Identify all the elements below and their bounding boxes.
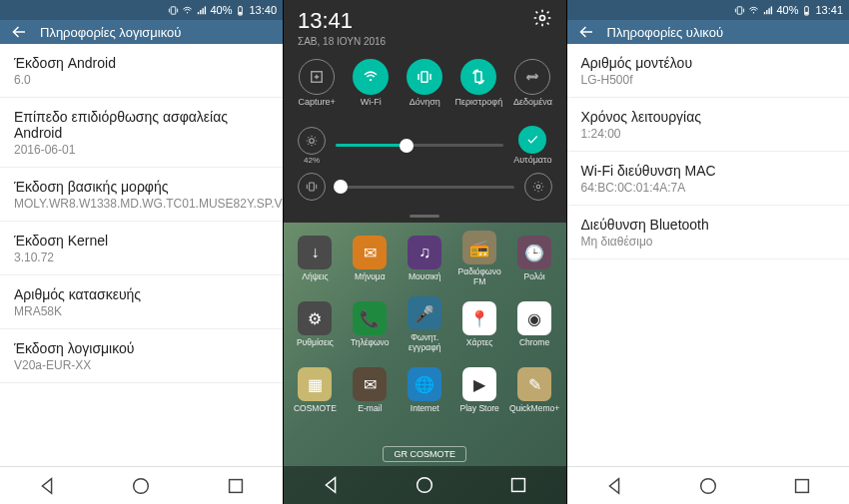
app--[interactable]: ⚙Ρυθμίσεις xyxy=(288,292,343,356)
nav-back-icon[interactable] xyxy=(603,475,625,497)
svg-point-3 xyxy=(187,12,188,13)
list-item[interactable]: Χρόνος λειτουργίας1:24:00 xyxy=(567,98,850,152)
app-icon: 📻 xyxy=(462,231,496,264)
status-bar: 40% 13:41 xyxy=(567,0,850,20)
nav-home-icon[interactable] xyxy=(697,475,719,497)
volume-settings-icon[interactable] xyxy=(524,173,552,201)
quick-settings-row: Capture+ Wi-Fi Δόνηση Περιστροφή Δεδομέν… xyxy=(284,53,566,118)
nav-recent-icon[interactable] xyxy=(225,475,247,497)
shade-handle[interactable] xyxy=(284,209,566,223)
app-label: COSMOTE xyxy=(294,403,337,413)
volume-slider[interactable] xyxy=(336,186,514,189)
app-icon: ♫ xyxy=(408,236,441,269)
svg-rect-24 xyxy=(512,479,525,492)
app-icon: 📞 xyxy=(353,301,387,335)
app--[interactable]: 🕒Ρολόι xyxy=(507,227,562,290)
app-icon: ↓ xyxy=(298,236,332,269)
app-icon: ⚙ xyxy=(298,301,332,335)
app-label: QuickMemo+ xyxy=(509,403,559,413)
svg-rect-25 xyxy=(738,6,743,13)
svg-point-18 xyxy=(310,138,315,143)
app-icon: 📍 xyxy=(462,301,496,335)
qs-capture[interactable]: Capture+ xyxy=(292,59,342,116)
vibrate-icon xyxy=(168,5,179,16)
nav-home-icon[interactable] xyxy=(414,474,435,496)
app-icon: 🕒 xyxy=(517,236,551,269)
qs-vibrate[interactable]: Δόνηση xyxy=(400,59,449,116)
app-label: Ραδιόφωνο FM xyxy=(452,266,507,286)
qs-wifi[interactable]: Wi-Fi xyxy=(346,59,396,116)
app-label: Play Store xyxy=(460,403,499,413)
list-item[interactable]: Έκδοση Kernel3.10.72 xyxy=(0,222,283,275)
header: Πληροφορίες λογισμικού xyxy=(0,20,283,44)
svg-rect-12 xyxy=(422,72,427,83)
app-label: E-mail xyxy=(358,403,382,413)
app--[interactable]: 📍Χάρτες xyxy=(452,292,507,356)
nav-recent-icon[interactable] xyxy=(791,475,813,497)
signal-icon xyxy=(196,5,207,16)
app-icon: 🌐 xyxy=(408,367,441,401)
list-item[interactable]: Επίπεδο επιδιόρθωσης ασφαλείας Android20… xyxy=(0,98,283,168)
volume-slider-row xyxy=(284,173,566,209)
app-label: Φωνητ. εγγραφή xyxy=(398,332,452,352)
app-play-store[interactable]: ▶Play Store xyxy=(452,358,507,422)
app--[interactable]: ↓Λήψεις xyxy=(288,227,343,290)
brightness-icon[interactable] xyxy=(298,127,326,155)
app-icon: ▦ xyxy=(298,367,332,401)
settings-list: Έκδοση Android6.0 Επίπεδο επιδιόρθωσης α… xyxy=(0,44,283,466)
settings-list: Αριθμός μοντέλουLG-H500f Χρόνος λειτουργ… xyxy=(567,44,850,466)
svg-point-32 xyxy=(700,478,715,493)
list-item[interactable]: Έκδοση Android6.0 xyxy=(0,44,283,98)
list-item[interactable]: Έκδοση βασικής μορφήςMOLY.WR8.W1338.MD.W… xyxy=(0,168,283,222)
shade-time: 13:41 xyxy=(298,8,386,34)
svg-rect-5 xyxy=(240,5,242,6)
app-cosmote[interactable]: ▦COSMOTE xyxy=(288,358,343,422)
app--fm[interactable]: 📻Ραδιόφωνο FM xyxy=(452,227,507,290)
list-item[interactable]: Αριθμός μοντέλουLG-H500f xyxy=(567,44,850,98)
brightness-slider[interactable] xyxy=(336,144,503,147)
notification-shade: 13:41 ΣΑΒ, 18 ΙΟΥΝ 2016 Capture+ Wi-Fi Δ… xyxy=(284,0,566,223)
nav-back-icon[interactable] xyxy=(320,474,342,496)
app-label: Τηλέφωνο xyxy=(351,337,389,347)
svg-rect-30 xyxy=(806,5,808,6)
battery-text: 40% xyxy=(776,4,798,16)
app--[interactable]: 📞Τηλέφωνο xyxy=(343,292,398,356)
list-item[interactable]: Wi-Fi διεύθυνση MAC64:BC:0C:01:4A:7A xyxy=(567,152,850,206)
app--[interactable]: 🎤Φωνητ. εγγραφή xyxy=(398,292,452,356)
volume-vibrate-icon[interactable] xyxy=(298,173,326,201)
list-item[interactable]: Διεύθυνση BluetoothΜη διαθέσιμο xyxy=(567,206,850,259)
app--[interactable]: ♫Μουσική xyxy=(398,227,452,290)
qs-rotate[interactable]: Περιστροφή xyxy=(453,59,503,116)
app-label: Ρυθμίσεις xyxy=(297,337,334,347)
back-icon[interactable] xyxy=(577,23,595,41)
brightness-pct: 42% xyxy=(304,156,320,165)
back-icon[interactable] xyxy=(10,23,28,41)
app--[interactable]: ✉Μήνυμα xyxy=(343,227,398,290)
qs-data[interactable]: Δεδομένα xyxy=(507,59,557,116)
brightness-slider-row: 42% Αυτόματο xyxy=(284,118,566,173)
battery-icon xyxy=(235,5,246,16)
app-quickmemo-[interactable]: ✎QuickMemo+ xyxy=(507,358,562,422)
page-title: Πληροφορίες λογισμικού xyxy=(40,25,181,40)
app-label: Μουσική xyxy=(409,271,441,281)
app-icon: ✉ xyxy=(353,236,387,269)
svg-point-7 xyxy=(134,478,149,493)
nav-recent-icon[interactable] xyxy=(507,474,529,496)
nav-home-icon[interactable] xyxy=(130,475,152,497)
page-title: Πληροφορίες υλικού xyxy=(607,25,724,40)
wifi-icon xyxy=(182,5,193,16)
status-time: 13:40 xyxy=(249,4,277,16)
nav-back-icon[interactable] xyxy=(36,475,58,497)
shade-date: ΣΑΒ, 18 ΙΟΥΝ 2016 xyxy=(298,36,386,47)
settings-icon[interactable] xyxy=(532,8,552,28)
app-chrome[interactable]: ◉Chrome xyxy=(507,292,562,356)
svg-point-23 xyxy=(418,478,432,493)
app-internet[interactable]: 🌐Internet xyxy=(398,358,452,422)
list-item[interactable]: Έκδοση λογισμικούV20a-EUR-XX xyxy=(0,329,283,383)
svg-point-28 xyxy=(753,12,754,13)
svg-rect-19 xyxy=(310,183,315,191)
navigation-bar xyxy=(0,466,283,504)
list-item[interactable]: Αριθμός κατασκευήςMRA58K xyxy=(0,275,283,329)
app-e-mail[interactable]: ✉E-mail xyxy=(343,358,398,422)
auto-brightness-toggle[interactable] xyxy=(518,126,546,154)
